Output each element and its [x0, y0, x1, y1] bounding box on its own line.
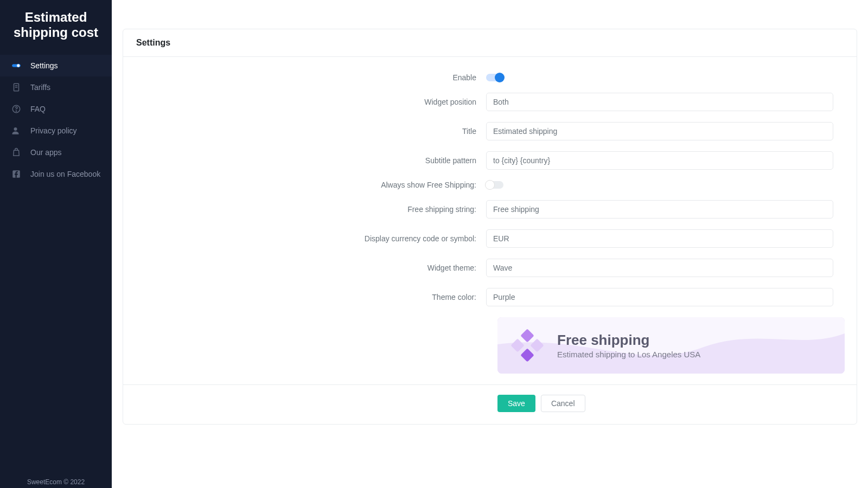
form-actions: Save Cancel: [123, 384, 857, 424]
toggle-icon: [11, 60, 22, 71]
sidebar-item-privacy[interactable]: Privacy policy: [0, 120, 112, 142]
sidebar-nav: Settings Tariffs FAQ Privacy policy Our: [0, 55, 112, 474]
label-widget-theme: Widget theme:: [136, 264, 486, 272]
widget-preview: Free shipping Estimated shipping to Los …: [497, 317, 845, 374]
widget-position-select[interactable]: Both: [486, 93, 833, 111]
form-body: Enable Widget position Both Title: [123, 57, 857, 374]
title-value: Estimated shipping: [493, 127, 557, 136]
label-theme-color: Theme color:: [136, 293, 486, 301]
label-free-string: Free shipping string:: [136, 205, 486, 214]
save-button[interactable]: Save: [497, 395, 535, 412]
currency-value: EUR: [493, 234, 509, 243]
user-icon: [11, 125, 22, 136]
widget-position-value: Both: [493, 98, 509, 106]
page-title: Settings: [123, 29, 857, 57]
label-always-free: Always show Free Shipping:: [136, 181, 486, 189]
sidebar: Estimated shipping cost Settings Tariffs…: [0, 0, 112, 488]
sidebar-item-settings[interactable]: Settings: [0, 55, 112, 76]
toggle-knob: [485, 180, 495, 190]
row-enable: Enable: [123, 68, 857, 87]
sidebar-item-label: Our apps: [30, 148, 62, 157]
topbar: [112, 0, 868, 29]
receipt-icon: [11, 82, 22, 93]
sidebar-item-label: Privacy policy: [30, 126, 77, 135]
preview-title: Free shipping: [557, 332, 700, 349]
sidebar-item-tariffs[interactable]: Tariffs: [0, 76, 112, 98]
preview-text: Free shipping Estimated shipping to Los …: [557, 332, 700, 359]
widget-theme-value: Wave: [493, 264, 512, 272]
preview-subtitle: Estimated shipping to Los Angeles USA: [557, 350, 700, 359]
sidebar-item-label: Tariffs: [30, 83, 50, 92]
app-title: Estimated shipping cost: [0, 7, 112, 55]
label-enable: Enable: [136, 73, 486, 82]
sidebar-item-faq[interactable]: FAQ: [0, 98, 112, 120]
help-icon: [11, 104, 22, 114]
subtitle-pattern-input[interactable]: to {city} {country}: [486, 151, 833, 170]
sidebar-item-label: FAQ: [30, 105, 46, 113]
svg-point-7: [14, 127, 17, 131]
settings-card: Settings Enable Widget position Both: [123, 29, 857, 425]
svg-point-6: [16, 111, 16, 111]
row-currency: Display currency code or symbol: EUR: [123, 224, 857, 253]
title-input[interactable]: Estimated shipping: [486, 122, 833, 140]
theme-color-select[interactable]: Purple: [486, 288, 833, 306]
sidebar-item-label: Settings: [30, 61, 58, 70]
cancel-button[interactable]: Cancel: [541, 395, 585, 412]
row-title: Title Estimated shipping: [123, 117, 857, 146]
svg-point-1: [17, 64, 20, 67]
row-always-free: Always show Free Shipping:: [123, 175, 857, 195]
always-free-toggle[interactable]: [486, 181, 503, 189]
sidebar-item-label: Join us on Facebook: [30, 170, 100, 178]
toggle-knob: [495, 73, 505, 82]
theme-color-value: Purple: [493, 293, 515, 301]
row-widget-position: Widget position Both: [123, 87, 857, 117]
label-subtitle-pattern: Subtitle pattern: [136, 156, 486, 165]
diamond-icon: [513, 331, 542, 360]
currency-select[interactable]: EUR: [486, 229, 833, 248]
facebook-icon: [11, 169, 22, 179]
row-free-string: Free shipping string: Free shipping: [123, 195, 857, 224]
subtitle-pattern-value: to {city} {country}: [493, 156, 550, 165]
row-widget-theme: Widget theme: Wave: [123, 253, 857, 282]
bag-icon: [11, 147, 22, 158]
sidebar-item-our-apps[interactable]: Our apps: [0, 142, 112, 163]
free-string-input[interactable]: Free shipping: [486, 200, 833, 219]
enable-toggle[interactable]: [486, 74, 503, 81]
label-title: Title: [136, 127, 486, 136]
free-string-value: Free shipping: [493, 205, 539, 214]
sidebar-item-facebook[interactable]: Join us on Facebook: [0, 163, 112, 185]
sidebar-footer: SweetEcom © 2022: [0, 474, 112, 488]
label-currency: Display currency code or symbol:: [136, 234, 486, 243]
main: Settings Enable Widget position Both: [112, 0, 868, 488]
row-subtitle-pattern: Subtitle pattern to {city} {country}: [123, 146, 857, 175]
widget-theme-select[interactable]: Wave: [486, 259, 833, 277]
row-theme-color: Theme color: Purple: [123, 282, 857, 312]
label-widget-position: Widget position: [136, 98, 486, 106]
